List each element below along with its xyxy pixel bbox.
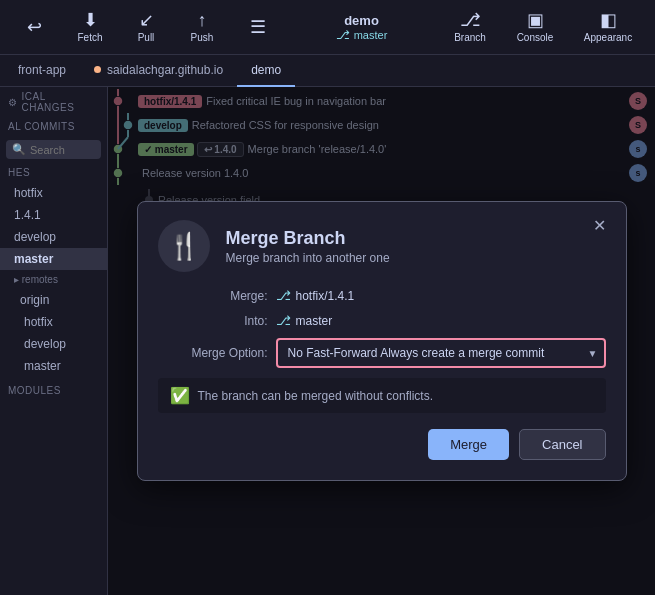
fetch-button[interactable]: ⬇ Fetch <box>64 4 116 50</box>
merge-branch-name: hotfix/1.4.1 <box>296 289 355 303</box>
into-branch-icon: ⎇ <box>276 313 291 328</box>
merge-label: Merge: <box>158 289 268 303</box>
current-branch: ⎇ master <box>336 28 388 42</box>
sidebar-item-master[interactable]: master <box>0 248 107 270</box>
fetch-icon: ⬇ <box>83 11 98 29</box>
sidebar-item-hotfix[interactable]: hotfix <box>0 182 107 204</box>
modal-subtitle: Merge branch into another one <box>226 251 606 265</box>
pull-icon: ↙ <box>139 11 154 29</box>
search-icon: 🔍 <box>12 143 26 156</box>
sidebar-header-branches: hes <box>0 163 107 182</box>
sidebar-item-141[interactable]: 1.4.1 <box>0 204 107 226</box>
sidebar-item-origin-hotfix[interactable]: hotfix <box>0 311 107 333</box>
search-input[interactable] <box>30 144 95 156</box>
sidebar-item-origin-develop[interactable]: develop <box>0 333 107 355</box>
console-button[interactable]: ▣ Console <box>503 4 567 50</box>
tab-dot <box>94 66 101 73</box>
branch-button-label: Branch <box>454 32 486 43</box>
modal-footer: Merge Cancel <box>158 429 606 464</box>
pull-button[interactable]: ↙ Pull <box>120 4 172 50</box>
push-icon: ↑ <box>198 11 207 29</box>
sidebar-item-develop[interactable]: develop <box>0 226 107 248</box>
sidebar-header-modules: Modules <box>0 381 107 400</box>
modal-overlay: ✕ 🍴 Merge Branch Merge branch into anoth… <box>108 87 655 595</box>
merge-branch-icon: ⎇ <box>276 288 291 303</box>
console-icon: ▣ <box>527 11 544 29</box>
merge-status: ✅ The branch can be merged without confl… <box>158 378 606 413</box>
repo-info: demo ⎇ master <box>288 13 435 42</box>
into-row: Into: ⎇ master <box>158 313 606 328</box>
toolbar-right: ⎇ Branch ▣ Console ◧ Appearanc <box>439 4 647 50</box>
modal-body: Merge: ⎇ hotfix/1.4.1 Into: ⎇ master <box>138 284 626 480</box>
modal-title: Merge Branch <box>226 228 606 249</box>
option-row: Merge Option: No Fast-Forward Always cre… <box>158 338 606 368</box>
changes-icon: ⚙ <box>8 97 18 108</box>
menu-button[interactable]: ☰ <box>232 4 284 50</box>
back-button[interactable]: ↩ <box>8 4 60 50</box>
into-label: Into: <box>158 314 268 328</box>
into-branch-name: master <box>296 314 333 328</box>
option-label: Merge Option: <box>158 346 268 360</box>
modal-header: 🍴 Merge Branch Merge branch into another… <box>138 202 626 284</box>
repo-name: demo <box>344 13 379 28</box>
branch-name-text: master <box>354 29 388 41</box>
sidebar-item-origin-master[interactable]: master <box>0 355 107 377</box>
appearance-button[interactable]: ◧ Appearanc <box>569 4 647 50</box>
push-button[interactable]: ↑ Push <box>176 4 228 50</box>
cancel-button[interactable]: Cancel <box>519 429 605 460</box>
main-layout: ⚙ ical Changes al Commits 🔍 hes hotfix 1… <box>0 87 655 595</box>
sidebar-search[interactable]: 🔍 <box>6 140 101 159</box>
branch-button[interactable]: ⎇ Branch <box>439 4 501 50</box>
fetch-label: Fetch <box>77 32 102 43</box>
console-label: Console <box>517 32 554 43</box>
branch-icon: ⎇ <box>336 28 350 42</box>
appearance-icon: ◧ <box>600 11 617 29</box>
sidebar-item-remotes[interactable]: ▸ remotes <box>0 270 107 289</box>
branches-label: hes <box>8 167 30 178</box>
check-icon: ✅ <box>170 386 190 405</box>
into-value: ⎇ master <box>276 313 333 328</box>
merge-row: Merge: ⎇ hotfix/1.4.1 <box>158 288 606 303</box>
sidebar-item-origin[interactable]: origin <box>0 289 107 311</box>
merge-value: ⎇ hotfix/1.4.1 <box>276 288 355 303</box>
tab-front-app[interactable]: front-app <box>4 55 80 87</box>
merge-option-select[interactable]: No Fast-Forward Always create a merge co… <box>276 338 606 368</box>
sidebar: ⚙ ical Changes al Commits 🔍 hes hotfix 1… <box>0 87 108 595</box>
toolbar: ↩ ⬇ Fetch ↙ Pull ↑ Push ☰ demo ⎇ master … <box>0 0 655 55</box>
tab-github-label: saidalachgar.github.io <box>107 63 223 77</box>
changes-label: ical Changes <box>22 91 100 113</box>
merge-option-wrapper: No Fast-Forward Always create a merge co… <box>276 338 606 368</box>
tab-demo-label: demo <box>251 63 281 77</box>
modules-label: Modules <box>8 385 61 396</box>
status-text: The branch can be merged without conflic… <box>198 389 433 403</box>
commits-label: al Commits <box>8 121 75 132</box>
merge-modal: ✕ 🍴 Merge Branch Merge branch into anoth… <box>137 201 627 481</box>
back-icon: ↩ <box>27 18 42 36</box>
modal-icon: 🍴 <box>158 220 210 272</box>
sidebar-header-commits: al Commits <box>0 117 107 136</box>
tab-front-app-label: front-app <box>18 63 66 77</box>
fork-icon: 🍴 <box>168 231 200 262</box>
appearance-label: Appearanc <box>584 32 632 43</box>
push-label: Push <box>191 32 214 43</box>
merge-button[interactable]: Merge <box>428 429 509 460</box>
tab-demo[interactable]: demo <box>237 55 295 87</box>
pull-label: Pull <box>138 32 155 43</box>
tabs-bar: front-app saidalachgar.github.io demo <box>0 55 655 87</box>
sidebar-header-changes: ⚙ ical Changes <box>0 87 107 117</box>
tab-github[interactable]: saidalachgar.github.io <box>80 55 237 87</box>
modal-title-block: Merge Branch Merge branch into another o… <box>226 228 606 265</box>
branch-nav-icon: ⎇ <box>460 11 481 29</box>
menu-icon: ☰ <box>250 18 266 36</box>
content: hotfix/1.4.1 Fixed critical IE bug in na… <box>108 87 655 595</box>
